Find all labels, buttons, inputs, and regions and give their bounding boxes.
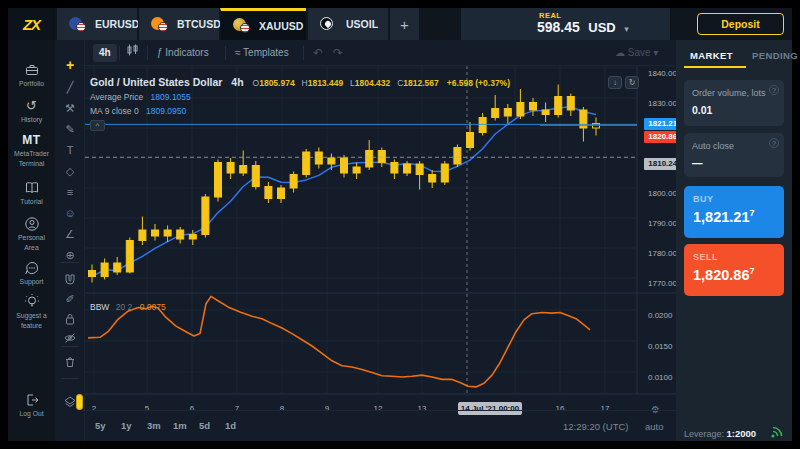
brush-tool[interactable]: ✎: [55, 120, 85, 138]
range-button-5y[interactable]: 5y: [95, 420, 106, 431]
range-button-1y[interactable]: 1y: [121, 420, 132, 431]
range-button-3m[interactable]: 3m: [147, 420, 161, 431]
sell-button[interactable]: SELL 1,820.867: [684, 244, 784, 296]
trading-terminal-screen: ZX EURUSDBTCUSDXAUUSDUSOIL + REAL 598.45…: [0, 0, 800, 449]
tab-pending[interactable]: PENDING: [752, 50, 798, 61]
sidebar-item-personal-area[interactable]: PersonalArea: [8, 216, 55, 252]
stay-drawing-tool[interactable]: ✐: [55, 290, 85, 308]
undo-button[interactable]: ↶: [313, 44, 323, 62]
timeframe-button[interactable]: 4h: [93, 44, 117, 62]
xabcd-pattern-tool[interactable]: ◇: [55, 162, 85, 180]
text-tool[interactable]: T: [55, 141, 85, 159]
sidebar-item-metatrader-terminal[interactable]: MTMetaTraderTerminal: [8, 132, 55, 168]
sidebar-item-tutorial[interactable]: Tutorial: [8, 180, 55, 206]
trend-line-tool[interactable]: ╱: [55, 78, 85, 96]
volume-help-icon[interactable]: ?: [769, 85, 779, 95]
indicators-button[interactable]: ƒ Indicators: [157, 44, 209, 62]
chart-style-button[interactable]: [127, 44, 138, 62]
order-volume-card[interactable]: Order volume, lots 0.01 ?: [684, 80, 784, 126]
buy-label: BUY: [693, 194, 714, 204]
buy-button[interactable]: BUY 1,821.217: [684, 186, 784, 238]
auto-close-label: Auto close: [692, 141, 734, 151]
candlestick-style-icon: [127, 44, 138, 56]
instrument-tab-xauusd[interactable]: XAUUSD: [220, 8, 306, 40]
order-panel: MARKET PENDING Order volume, lots 0.01 ?…: [676, 40, 792, 441]
channels-tool[interactable]: ≡: [55, 183, 85, 201]
brand-logo[interactable]: ZX: [8, 8, 55, 40]
sidebar-item-label: feature: [8, 322, 55, 330]
scroll-to-recent-button[interactable]: ↓: [608, 76, 622, 89]
sidebar-item-label: Area: [8, 244, 55, 252]
chart-bottom-bar: 5y1y3m1m5d1d 12:29:20 (UTC) auto: [85, 410, 676, 441]
sidebar-item-label: Log Out: [8, 410, 55, 418]
utc-clock[interactable]: 12:29:20 (UTC): [563, 421, 628, 432]
deposit-button[interactable]: Deposit: [697, 13, 784, 35]
history-icon: ↺: [8, 98, 55, 114]
account-summary[interactable]: REAL 598.45 USD ▾: [461, 8, 670, 40]
sidebar-item-suggest-a-feature[interactable]: Suggest afeature: [8, 294, 55, 330]
emoji-tool[interactable]: ☺: [55, 204, 85, 222]
hide-drawings-tool[interactable]: [55, 328, 85, 346]
leverage-value: 1:2000: [727, 428, 757, 439]
bbw-params: 20 2: [116, 302, 133, 312]
drawing-handle-marker[interactable]: [76, 394, 83, 410]
range-button-1d[interactable]: 1d: [225, 420, 236, 431]
remove-drawings-tool[interactable]: [55, 352, 85, 370]
leverage-label: Leverage:: [684, 429, 724, 439]
toolbar-separator: [147, 46, 148, 60]
mt-monogram: MT: [8, 132, 55, 148]
redo-button[interactable]: ↷: [333, 44, 343, 62]
order-volume-value[interactable]: 0.01: [692, 104, 712, 116]
sidebar-item-label: Portfolio: [8, 80, 55, 88]
range-button-1m[interactable]: 1m: [173, 420, 187, 431]
ohlc-open-value: 1805.974: [259, 78, 294, 88]
instrument-tab-label: XAUUSD: [259, 20, 303, 32]
templates-button[interactable]: ≈ Templates: [235, 44, 289, 62]
reset-scale-button[interactable]: ↻: [625, 76, 639, 89]
auto-close-help-icon[interactable]: ?: [769, 138, 779, 148]
sidebar-item-portfolio[interactable]: Portfolio: [8, 62, 55, 88]
ma-indicator-row: MA 9 close 0 1809.0950: [90, 106, 186, 116]
instrument-tab-eurusd[interactable]: EURUSD: [56, 8, 137, 40]
ohlc-high-value: 1813.449: [308, 78, 343, 88]
instrument-tab-label: EURUSD: [95, 18, 139, 30]
price-chart-canvas[interactable]: [85, 66, 676, 410]
measure-tool[interactable]: ∠: [55, 225, 85, 243]
account-caret-icon[interactable]: ▾: [624, 24, 629, 34]
save-template-button[interactable]: ☁ Save ▾: [615, 44, 658, 62]
sidebar-item-label: Personal: [8, 234, 55, 242]
sidebar-item-history[interactable]: ↺History: [8, 98, 55, 124]
add-instrument-tab-button[interactable]: +: [389, 8, 419, 40]
range-button-5d[interactable]: 5d: [199, 420, 210, 431]
instrument-tab-btcusd[interactable]: BTCUSD: [138, 8, 219, 40]
tab-market[interactable]: MARKET: [690, 50, 733, 61]
btcusd-flags-icon: [151, 17, 171, 32]
sidebar-item-label: Tutorial: [8, 198, 55, 206]
instrument-tab-usoil[interactable]: USOIL: [307, 8, 388, 40]
auto-close-value[interactable]: —: [692, 157, 703, 169]
xauusd-flags-icon: [233, 18, 253, 33]
balance-currency: USD: [588, 20, 615, 35]
bbw-indicator-row: BBW 20 2 0.0075: [90, 302, 166, 312]
sidebar-item-support[interactable]: Support: [8, 260, 55, 286]
chat-icon: [8, 260, 55, 276]
top-bar: ZX EURUSDBTCUSDXAUUSDUSOIL + REAL 598.45…: [8, 8, 792, 40]
average-price-value: 1809.1055: [151, 92, 191, 102]
gann-tools-tool[interactable]: ⚒: [55, 99, 85, 117]
sidebar-item-label: MetaTrader: [8, 150, 55, 158]
us-flag-icon: [76, 22, 86, 32]
collapse-indicators-button[interactable]: ^: [90, 120, 105, 131]
scale-mode-toggle[interactable]: auto: [645, 421, 664, 432]
symbol-name: Gold / United States Dollar: [90, 76, 222, 88]
eurusd-flags-icon: [69, 17, 89, 32]
lock-drawings-tool[interactable]: [55, 309, 85, 327]
magnet-tool[interactable]: [55, 270, 85, 288]
auto-close-card[interactable]: Auto close — ?: [684, 133, 784, 177]
oil-drop-glyph: [323, 19, 331, 27]
crosshair-tool[interactable]: +: [55, 56, 85, 74]
toolbar-separator: [303, 46, 304, 60]
sidebar-item-log-out[interactable]: Log Out: [8, 392, 55, 418]
ma-value: 1809.0950: [146, 106, 186, 116]
instrument-base-icon: [320, 17, 333, 30]
logout-icon: [8, 392, 55, 408]
